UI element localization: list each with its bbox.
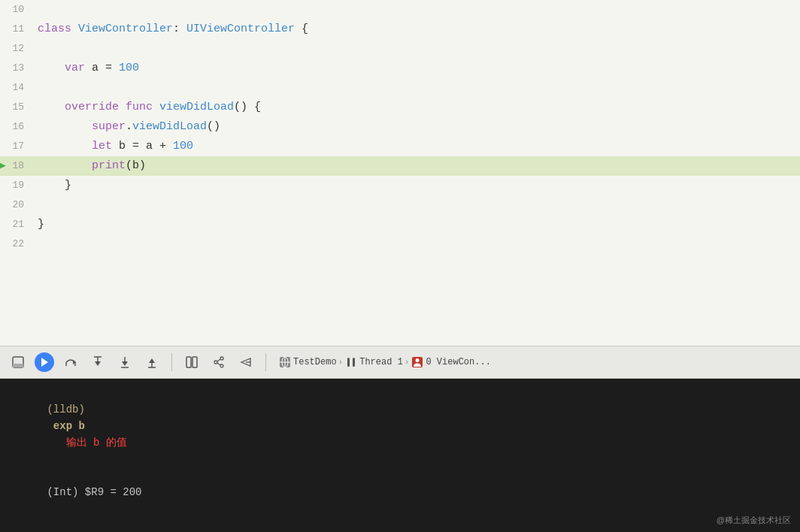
line-number: 11 bbox=[0, 20, 32, 39]
line-number: 13 bbox=[0, 59, 32, 78]
breadcrumb-app: TestDemo bbox=[293, 357, 337, 367]
table-row: 11 class ViewController: UIViewControlle… bbox=[0, 20, 800, 39]
breadcrumb-view: 0 ViewCon... bbox=[426, 357, 490, 367]
svg-marker-13 bbox=[149, 358, 155, 363]
svg-point-18 bbox=[220, 357, 223, 360]
console-line-1: (lldb) exp b 输出 b 的值 bbox=[9, 385, 791, 467]
line-content: class ViewController: UIViewController { bbox=[32, 20, 308, 39]
breadcrumb: TestDemo › Thread 1 › 0 ViewCon... bbox=[278, 355, 491, 369]
line-content: override func viewDidLoad() { bbox=[32, 98, 261, 117]
line-number: 22 bbox=[0, 234, 32, 254]
step-out-down-button[interactable] bbox=[114, 352, 135, 373]
line-number: 10 bbox=[0, 0, 32, 20]
svg-point-19 bbox=[220, 364, 223, 367]
table-row: 15 override func viewDidLoad() { bbox=[0, 98, 800, 117]
lldb-annotation: 输出 b 的值 bbox=[47, 437, 126, 449]
share-button[interactable] bbox=[208, 352, 229, 373]
table-row: 19 } bbox=[0, 176, 800, 195]
step-out-up-button[interactable] bbox=[141, 352, 162, 373]
toolbar-separator-2 bbox=[265, 353, 266, 371]
svg-point-31 bbox=[416, 358, 420, 362]
table-row: 22 bbox=[0, 234, 800, 254]
line-number: 19 bbox=[0, 176, 32, 195]
lldb-cmd: exp b bbox=[47, 420, 84, 432]
breadcrumb-chevron-1: › bbox=[338, 358, 344, 367]
line-number: 20 bbox=[0, 195, 32, 215]
view-switch-button[interactable] bbox=[181, 352, 202, 373]
lldb-output: (Int) $R9 = 200 bbox=[47, 486, 141, 498]
debug-toolbar: TestDemo › Thread 1 › 0 ViewCon... bbox=[0, 346, 800, 379]
svg-marker-2 bbox=[41, 358, 48, 367]
svg-marker-10 bbox=[122, 361, 128, 366]
svg-rect-1 bbox=[13, 364, 23, 367]
line-content: let b = a + 100 bbox=[32, 137, 193, 156]
table-row: 14 bbox=[0, 78, 800, 98]
line-content: } bbox=[32, 176, 71, 195]
line-content: super.viewDidLoad() bbox=[32, 117, 220, 137]
svg-point-17 bbox=[214, 361, 217, 364]
send-button[interactable] bbox=[235, 352, 256, 373]
lldb-prompt: (lldb) bbox=[47, 404, 84, 416]
table-row: 12 bbox=[0, 39, 800, 59]
svg-rect-16 bbox=[192, 357, 197, 367]
svg-rect-15 bbox=[186, 357, 191, 367]
line-number: 21 bbox=[0, 215, 32, 234]
breadcrumb-thread: Thread 1 bbox=[359, 357, 403, 367]
table-row: 10 bbox=[0, 0, 800, 20]
thread-icon bbox=[344, 355, 358, 369]
line-content: var a = 100 bbox=[32, 59, 139, 78]
code-editor: 10 11 class ViewController: UIViewContro… bbox=[0, 0, 800, 346]
table-row: ▶ 18 print(b) bbox=[0, 156, 800, 176]
hide-panel-button[interactable] bbox=[8, 352, 29, 373]
table-row: 17 let b = a + 100 bbox=[0, 137, 800, 156]
continue-button[interactable] bbox=[35, 352, 54, 372]
table-row: 16 super.viewDidLoad() bbox=[0, 117, 800, 137]
table-row: 20 bbox=[0, 195, 800, 215]
breadcrumb-chevron-2: › bbox=[405, 358, 410, 367]
watermark: @稀土掘金技术社区 bbox=[717, 515, 791, 526]
svg-rect-28 bbox=[347, 358, 350, 367]
step-over-button[interactable] bbox=[60, 352, 81, 373]
table-row: 13 var a = 100 bbox=[0, 59, 800, 78]
debug-arrow: ▶ bbox=[0, 156, 6, 176]
line-number: 12 bbox=[0, 39, 32, 59]
line-content: print(b) bbox=[32, 156, 146, 176]
console-line-3: (lldb) exp b = 1500 修改值 bbox=[9, 517, 791, 532]
svg-line-20 bbox=[217, 359, 220, 361]
svg-line-21 bbox=[217, 363, 220, 365]
person-icon bbox=[411, 355, 424, 369]
lldb-console[interactable]: (lldb) exp b 输出 b 的值 (Int) $R9 = 200 (ll… bbox=[0, 379, 800, 532]
table-row: 21 } bbox=[0, 215, 800, 234]
svg-marker-7 bbox=[95, 361, 101, 366]
line-number: 17 bbox=[0, 137, 32, 156]
line-content: } bbox=[32, 215, 44, 234]
toolbar-separator bbox=[171, 353, 172, 371]
line-number: 16 bbox=[0, 117, 32, 137]
line-number: ▶ 18 bbox=[0, 156, 32, 176]
svg-rect-29 bbox=[353, 358, 355, 367]
line-number: 15 bbox=[0, 98, 32, 117]
line-number: 14 bbox=[0, 78, 32, 98]
step-into-button[interactable] bbox=[87, 352, 108, 373]
console-line-2: (Int) $R9 = 200 bbox=[9, 467, 791, 517]
lldb-console-wrapper: (lldb) exp b 输出 b 的值 (Int) $R9 = 200 (ll… bbox=[0, 379, 800, 532]
globe-icon bbox=[278, 355, 292, 369]
code-lines: 10 11 class ViewController: UIViewContro… bbox=[0, 0, 800, 254]
